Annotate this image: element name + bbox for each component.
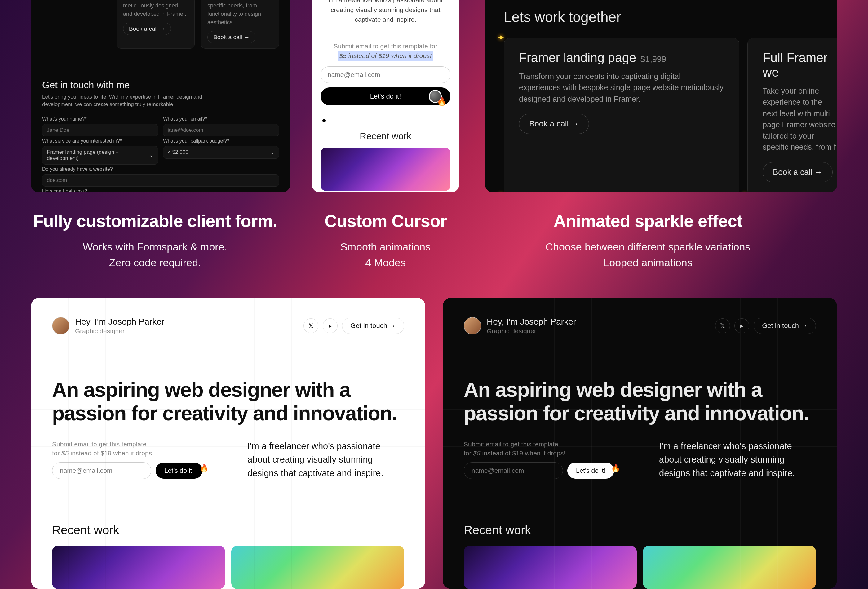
recent-work-title: Recent work bbox=[464, 523, 816, 537]
submit-promo: Submit email to get this template for $5… bbox=[52, 440, 226, 458]
twitter-icon[interactable]: 𝕏 bbox=[715, 318, 730, 333]
email-input[interactable] bbox=[163, 124, 279, 136]
template-preview-light: Hey, I'm Joseph Parker Graphic designer … bbox=[31, 298, 425, 589]
top-mini-card-2: specific needs, from functionality to de… bbox=[201, 0, 279, 49]
lets-do-it-button[interactable]: Let's do it!🔥 bbox=[156, 462, 202, 479]
video-icon[interactable]: ▸ bbox=[734, 318, 749, 333]
feature-label-1: Fully customizable client form. Works wi… bbox=[31, 211, 279, 271]
email-input[interactable] bbox=[464, 462, 563, 479]
book-call-button[interactable]: Book a call → bbox=[519, 114, 589, 134]
form-title: Get in touch with me bbox=[42, 80, 279, 91]
work-together-title: Lets work together bbox=[504, 9, 818, 25]
hero-heading: An aspiring web designer with a passion … bbox=[52, 378, 404, 425]
name-label: What's your name?* bbox=[42, 116, 158, 122]
template-preview-dark: Hey, I'm Joseph Parker Graphic designer … bbox=[443, 298, 837, 589]
name-input[interactable] bbox=[42, 124, 158, 136]
video-icon[interactable]: ▸ bbox=[323, 318, 338, 333]
service-select[interactable]: Framer landing page (design + developmen… bbox=[42, 146, 158, 165]
divider bbox=[320, 34, 450, 34]
book-call-button[interactable]: Book a call → bbox=[207, 31, 255, 43]
sparkle-icon: ✦ bbox=[497, 190, 504, 192]
sparkle-icon: ✦ bbox=[741, 190, 748, 192]
book-call-button[interactable]: Book a call → bbox=[763, 162, 833, 182]
feature-subtitle: Choose between different sparkle variati… bbox=[485, 239, 810, 271]
pricing-title: Full Framer we bbox=[763, 50, 837, 80]
twitter-icon[interactable]: 𝕏 bbox=[304, 318, 318, 333]
pricing-card-1: ✦ ✦ ✦ Framer landing page$1,999 Transfor… bbox=[504, 38, 740, 192]
get-in-touch-button[interactable]: Get in touch → bbox=[754, 318, 816, 334]
service-label: What service are you interested in?* bbox=[42, 138, 158, 144]
hero-heading: An aspiring web designer with a passion … bbox=[464, 378, 816, 425]
mini-card-text: specific needs, from functionality to de… bbox=[207, 1, 273, 27]
recent-work-title: Recent work bbox=[320, 131, 450, 141]
avatar bbox=[52, 317, 69, 335]
dot-indicator bbox=[322, 119, 326, 122]
email-input[interactable] bbox=[320, 66, 450, 83]
user-role: Graphic designer bbox=[75, 327, 164, 335]
fire-icon: 🔥 bbox=[611, 464, 620, 472]
fire-icon: 🔥 bbox=[199, 464, 209, 472]
lets-do-it-button[interactable]: Let's do it!🔥 bbox=[567, 462, 614, 479]
recent-work-image-2[interactable] bbox=[643, 546, 816, 589]
feature-label-2: Custom Cursor Smooth animations4 Modes bbox=[312, 211, 459, 271]
sparkle-preview-card: Lets work together ✦ ✦ ✦ Framer landing … bbox=[485, 0, 837, 192]
pricing-price: $1,999 bbox=[641, 55, 666, 64]
sparkle-icon: ✦ bbox=[497, 32, 504, 43]
recent-work-image-1[interactable] bbox=[52, 546, 225, 589]
highlighted-text: $5 instead of $19 when it drops! bbox=[338, 50, 433, 61]
hero-description: I'm a freelancer who's passionate about … bbox=[659, 440, 816, 480]
fire-icon: 🔥 bbox=[437, 97, 447, 106]
pricing-title: Framer landing page bbox=[519, 50, 636, 65]
form-preview-card: meticulously designed and developed in F… bbox=[31, 0, 290, 192]
lets-do-it-button[interactable]: Let's do it! 🔥 bbox=[320, 87, 450, 105]
form-subtitle: Let's bring your ideas to life. With my … bbox=[42, 93, 210, 108]
feature-subtitle: Works with Formspark & more.Zero code re… bbox=[31, 239, 279, 271]
budget-select[interactable]: < $2,000⌄ bbox=[163, 146, 279, 159]
pricing-card-2: ✦ Full Framer we Take your online experi… bbox=[747, 38, 837, 192]
recent-work-image-1[interactable] bbox=[464, 546, 637, 589]
user-name: Hey, I'm Joseph Parker bbox=[75, 317, 164, 327]
email-input[interactable] bbox=[52, 462, 151, 479]
avatar bbox=[464, 317, 481, 335]
budget-label: What's your ballpark budget?* bbox=[163, 138, 279, 144]
cursor-preview-card: I'm a freelancer who's passionate about … bbox=[312, 0, 459, 192]
recent-work-image-2[interactable] bbox=[231, 546, 404, 589]
pricing-text: Take your online experience to the next … bbox=[763, 85, 837, 153]
intro-text: I'm a freelancer who's passionate about … bbox=[320, 0, 450, 25]
feature-label-3: Animated sparkle effect Choose between d… bbox=[485, 211, 810, 271]
user-role: Graphic designer bbox=[487, 327, 576, 335]
recent-work-title: Recent work bbox=[52, 523, 404, 537]
top-mini-card: meticulously designed and developed in F… bbox=[117, 0, 195, 49]
feature-title: Animated sparkle effect bbox=[485, 211, 810, 231]
recent-work-image bbox=[320, 148, 450, 191]
submit-promo-text: Submit email to get this template for $5… bbox=[320, 41, 450, 61]
pricing-text: Transform your concepts into captivating… bbox=[519, 71, 724, 105]
email-label: What's your email?* bbox=[163, 116, 279, 122]
website-label: Do you already have a website? bbox=[42, 167, 279, 172]
website-input[interactable] bbox=[42, 174, 279, 187]
book-call-button[interactable]: Book a call → bbox=[123, 23, 171, 35]
submit-promo: Submit email to get this template for $5… bbox=[464, 440, 637, 458]
chevron-down-icon: ⌄ bbox=[270, 149, 275, 156]
feature-title: Fully customizable client form. bbox=[31, 211, 279, 231]
hero-description: I'm a freelancer who's passionate about … bbox=[247, 440, 404, 480]
help-label: How can I help you? bbox=[42, 189, 279, 192]
mini-card-text: meticulously designed and developed in F… bbox=[123, 1, 188, 18]
user-name: Hey, I'm Joseph Parker bbox=[487, 317, 576, 327]
chevron-down-icon: ⌄ bbox=[149, 152, 154, 158]
get-in-touch-button[interactable]: Get in touch → bbox=[342, 318, 404, 334]
feature-title: Custom Cursor bbox=[312, 211, 459, 231]
feature-subtitle: Smooth animations4 Modes bbox=[312, 239, 459, 271]
